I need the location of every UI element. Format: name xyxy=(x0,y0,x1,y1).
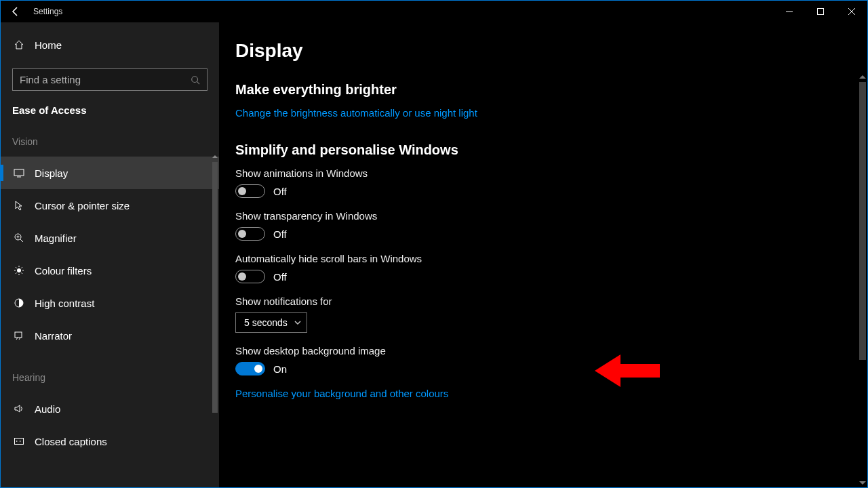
sidebar-nav: Vision Display Cursor & pointer size Mag… xyxy=(1,116,219,487)
narrator-icon xyxy=(14,330,24,341)
toggle-knob xyxy=(238,187,246,195)
nav-label: Narrator xyxy=(35,330,72,342)
personalise-link[interactable]: Personalise your background and other co… xyxy=(235,388,448,399)
active-indicator xyxy=(1,165,3,181)
sidebar-item-audio[interactable]: Audio xyxy=(1,392,219,425)
annotation-arrow xyxy=(592,352,660,390)
setting-label: Show transparency in Windows xyxy=(235,210,867,222)
back-arrow-icon xyxy=(10,6,21,17)
minimize-button[interactable] xyxy=(774,1,805,22)
sidebar-item-cursor[interactable]: Cursor & pointer size xyxy=(1,189,219,222)
scroll-up-icon[interactable] xyxy=(212,154,218,159)
colour-filters-icon xyxy=(14,265,24,276)
nav-label: Colour filters xyxy=(35,265,92,277)
toggle-transparency[interactable] xyxy=(235,227,265,241)
close-icon xyxy=(848,8,855,15)
nav-label: Magnifier xyxy=(35,232,77,244)
svg-rect-2 xyxy=(14,169,24,176)
sidebar-item-narrator[interactable]: Narrator xyxy=(1,319,219,352)
scroll-thumb[interactable] xyxy=(859,82,866,360)
setting-label: Show notifications for xyxy=(235,296,867,307)
content-pane: Display Give us feedback Make everything… xyxy=(219,22,867,487)
toggle-state: On xyxy=(273,363,287,375)
toggle-state: Off xyxy=(273,271,287,283)
nav-label: Audio xyxy=(35,403,60,415)
toggle-bg-image[interactable] xyxy=(235,362,265,375)
svg-rect-7 xyxy=(15,439,24,445)
maximize-button[interactable] xyxy=(805,1,836,22)
setting-label: Show animations in Windows xyxy=(235,167,867,179)
toggle-knob xyxy=(238,230,246,238)
notifications-dropdown[interactable]: 5 seconds xyxy=(235,312,307,333)
nav-label: Cursor & pointer size xyxy=(35,200,130,211)
svg-point-1 xyxy=(192,76,198,82)
sidebar-home[interactable]: Home xyxy=(1,29,219,60)
sidebar-item-display[interactable]: Display xyxy=(1,157,219,189)
toggle-animations[interactable] xyxy=(235,184,265,198)
setting-bg-image: Show desktop background image On xyxy=(235,345,867,375)
setting-notifications: Show notifications for 5 seconds xyxy=(235,296,867,333)
sidebar-group-hearing: Hearing xyxy=(1,352,219,392)
setting-animations: Show animations in Windows Off xyxy=(235,167,867,198)
sidebar-scrollbar[interactable] xyxy=(212,154,218,488)
cursor-icon xyxy=(14,200,24,211)
closed-captions-icon xyxy=(14,436,24,447)
dropdown-value: 5 seconds xyxy=(244,317,288,328)
sidebar: Home Find a setting Ease of Access Visio… xyxy=(1,22,219,487)
brightness-link[interactable]: Change the brightness automatically or u… xyxy=(235,107,477,119)
toggle-knob xyxy=(254,365,262,373)
maximize-icon xyxy=(817,8,824,15)
nav-label: Closed captions xyxy=(35,436,107,447)
sidebar-category-title: Ease of Access xyxy=(1,91,219,116)
sidebar-item-magnifier[interactable]: Magnifier xyxy=(1,222,219,254)
nav-label: Display xyxy=(35,167,68,179)
minimize-icon xyxy=(786,8,793,15)
content-scrollbar[interactable] xyxy=(859,74,866,486)
section-brighter-heading: Make everything brighter xyxy=(235,82,867,98)
scroll-down-icon[interactable] xyxy=(859,479,866,486)
section-simplify-heading: Simplify and personalise Windows xyxy=(235,142,867,158)
audio-icon xyxy=(14,403,24,414)
nav-label: High contrast xyxy=(35,298,94,309)
toggle-state: Off xyxy=(273,186,287,197)
window-title: Settings xyxy=(33,7,62,16)
sidebar-group-vision: Vision xyxy=(1,116,219,157)
setting-scrollbars: Automatically hide scroll bars in Window… xyxy=(235,253,867,283)
search-input[interactable]: Find a setting xyxy=(12,68,208,91)
toggle-state: Off xyxy=(273,228,287,240)
high-contrast-icon xyxy=(14,298,24,308)
setting-transparency: Show transparency in Windows Off xyxy=(235,210,867,241)
sidebar-item-high-contrast[interactable]: High contrast xyxy=(1,287,219,319)
close-button[interactable] xyxy=(836,1,867,22)
setting-label: Show desktop background image xyxy=(235,345,867,357)
sidebar-item-colour-filters[interactable]: Colour filters xyxy=(1,254,219,287)
back-button[interactable] xyxy=(1,1,31,22)
scroll-up-icon[interactable] xyxy=(859,74,866,81)
svg-rect-6 xyxy=(15,332,22,338)
page-title: Display xyxy=(235,40,867,62)
search-placeholder: Find a setting xyxy=(20,74,81,85)
sidebar-home-label: Home xyxy=(35,39,62,51)
toggle-knob xyxy=(238,272,246,281)
svg-point-4 xyxy=(17,268,21,272)
setting-label: Automatically hide scroll bars in Window… xyxy=(235,253,867,264)
home-icon xyxy=(14,39,24,50)
toggle-scrollbars[interactable] xyxy=(235,270,265,283)
sidebar-item-closed-captions[interactable]: Closed captions xyxy=(1,425,219,458)
search-icon xyxy=(191,75,200,85)
arrow-left-icon xyxy=(592,352,660,390)
svg-rect-0 xyxy=(818,9,824,15)
scroll-thumb[interactable] xyxy=(212,162,218,413)
display-icon xyxy=(14,167,24,178)
titlebar: Settings xyxy=(1,1,867,22)
magnifier-icon xyxy=(14,232,24,243)
chevron-down-icon xyxy=(294,319,301,326)
